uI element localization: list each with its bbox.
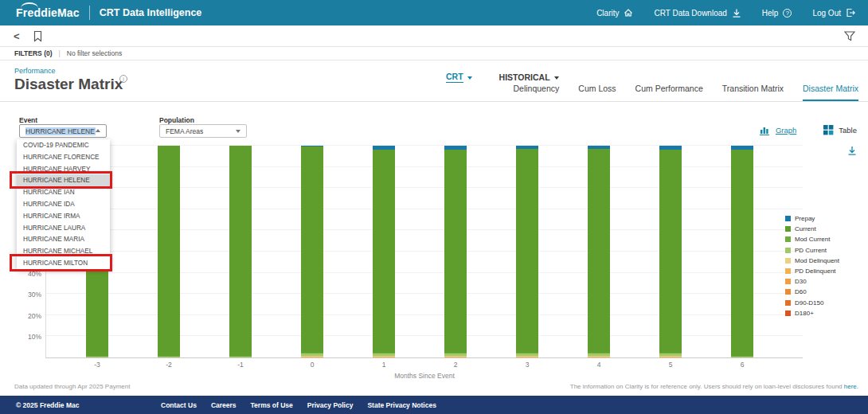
topbar-divider bbox=[89, 6, 90, 20]
x-axis-tick-label: 3 bbox=[516, 361, 538, 369]
stacked-bar-month-1[interactable] bbox=[373, 146, 395, 357]
topbar-link-log-out[interactable]: Log Out bbox=[812, 8, 855, 18]
scope-crt-dropdown[interactable]: CRT bbox=[446, 72, 472, 83]
bar-segment-pd-current bbox=[86, 357, 108, 357]
legend-color-chip bbox=[785, 248, 791, 253]
event-option-hurricane-milton[interactable]: HURRICANE MILTON bbox=[17, 257, 110, 269]
legend-item-mod-delinquent: Mod Delinquent bbox=[785, 256, 839, 266]
legend-label: D180+ bbox=[795, 310, 814, 317]
table-label: Table bbox=[839, 126, 857, 135]
legend-item-d90-d150: D90-D150 bbox=[785, 298, 839, 308]
filter-funnel-icon[interactable] bbox=[844, 31, 855, 41]
event-option-covid-19-pandemic[interactable]: COVID-19 PANDEMIC bbox=[17, 139, 110, 151]
legend-color-chip bbox=[785, 258, 791, 264]
scope-selectors: CRT HISTORICAL bbox=[446, 72, 559, 83]
x-axis-tick-label: 5 bbox=[659, 361, 682, 369]
filters-count[interactable]: FILTERS (0) bbox=[14, 49, 53, 57]
tab-transition-matrix[interactable]: Transition Matrix bbox=[722, 84, 784, 101]
bar-segment-current bbox=[444, 150, 467, 353]
event-option-hurricane-harvey[interactable]: HURRICANE HARVEY bbox=[17, 163, 110, 175]
disclaimer-text: The information on Clarity is for refere… bbox=[570, 383, 844, 390]
graph-view-button[interactable]: Graph bbox=[760, 126, 796, 135]
tab-cum-performance[interactable]: Cum Performance bbox=[635, 84, 703, 101]
copyright-text: © 2025 Freddie Mac bbox=[16, 401, 80, 409]
download-icon bbox=[732, 8, 741, 18]
crt-data-intelligence-app: FreddieMac CRT Data Intelligence Clarity… bbox=[0, 0, 868, 414]
home-icon bbox=[624, 8, 633, 18]
scope-historical-dropdown[interactable]: HISTORICAL bbox=[499, 72, 559, 82]
event-option-hurricane-helene[interactable]: HURRICANE HELENE bbox=[17, 174, 110, 186]
tab-delinquency[interactable]: Delinquency bbox=[514, 84, 560, 101]
table-grid-icon bbox=[823, 125, 834, 135]
stacked-bar-month-3[interactable] bbox=[516, 146, 538, 357]
view-toggles: Graph Table bbox=[760, 125, 857, 135]
help-icon: ? bbox=[783, 9, 792, 18]
population-select[interactable]: FEMA Areas bbox=[159, 124, 247, 138]
stacked-bar-month--2[interactable] bbox=[158, 146, 180, 357]
event-option-hurricane-florence[interactable]: HURRICANE FLORENCE bbox=[17, 151, 110, 163]
legend-item-pd-current: PD Current bbox=[785, 245, 839, 256]
back-button[interactable]: < bbox=[14, 30, 20, 42]
stacked-bar-month-5[interactable] bbox=[659, 146, 682, 357]
bar-segment-pd-delinquent bbox=[301, 357, 323, 357]
disaster-matrix-chart: 10%20%30%40%50%60%70%80%90%100%-3-2-1012… bbox=[45, 146, 803, 358]
legend-color-chip bbox=[785, 226, 791, 232]
y-axis-tick-label: 10% bbox=[14, 333, 41, 341]
tab-bar: DelinquencyCum LossCum PerformanceTransi… bbox=[514, 84, 859, 101]
logo-roof-arc bbox=[21, 2, 38, 8]
legend-item-pd-delinquent: PD Delinquent bbox=[785, 266, 839, 276]
legend-label: D90-D150 bbox=[795, 299, 823, 307]
filters-separator: | bbox=[59, 49, 61, 57]
topbar-link-help[interactable]: Help? bbox=[762, 9, 792, 18]
legend-item-prepay: Prepay bbox=[785, 213, 839, 224]
stacked-bar-month--1[interactable] bbox=[229, 146, 252, 357]
stacked-bar-month-4[interactable] bbox=[588, 146, 610, 357]
page-title: Disaster Matrix bbox=[14, 76, 123, 93]
chart-download-icon[interactable] bbox=[847, 145, 857, 159]
stacked-bar-month-2[interactable] bbox=[444, 146, 467, 357]
tab-disaster-matrix[interactable]: Disaster Matrix bbox=[803, 84, 858, 101]
disclaimer-here-link[interactable]: here. bbox=[844, 383, 858, 390]
footer-link-state-privacy-notices[interactable]: State Privacy Notices bbox=[367, 401, 436, 409]
event-option-hurricane-ida[interactable]: HURRICANE IDA bbox=[17, 198, 110, 210]
event-option-hurricane-michael[interactable]: HURRICANE MICHAEL bbox=[17, 245, 110, 257]
event-select[interactable]: HURRICANE HELENE bbox=[19, 124, 107, 138]
event-option-hurricane-irma[interactable]: HURRICANE IRMA bbox=[17, 210, 110, 222]
bar-segment-pd-delinquent bbox=[659, 357, 682, 357]
legend-label: D30 bbox=[795, 278, 807, 285]
topbar-link-label: Clarity bbox=[596, 9, 619, 18]
freddie-mac-logo[interactable]: FreddieMac bbox=[16, 6, 80, 19]
footer-link-terms-of-use[interactable]: Terms of Use bbox=[251, 401, 293, 409]
x-axis-tick-label: 6 bbox=[731, 361, 753, 369]
footer-link-contact-us[interactable]: Contact Us bbox=[161, 401, 197, 409]
topbar-link-clarity[interactable]: Clarity bbox=[596, 8, 633, 18]
bar-segment-pd-current bbox=[731, 357, 753, 357]
bookmark-icon[interactable] bbox=[33, 30, 43, 42]
tab-cum-loss[interactable]: Cum Loss bbox=[578, 84, 616, 101]
scope-crt-label: CRT bbox=[446, 72, 463, 83]
footer-link-careers[interactable]: Careers bbox=[211, 401, 237, 409]
event-option-hurricane-maria[interactable]: HURRICANE MARIA bbox=[17, 234, 110, 246]
info-icon[interactable]: i bbox=[119, 75, 127, 83]
secondary-nav-row: < bbox=[0, 25, 868, 47]
chevron-down-icon bbox=[236, 130, 240, 135]
legend-label: Mod Delinquent bbox=[795, 257, 839, 264]
x-axis-tick-label: 0 bbox=[301, 361, 323, 369]
legend-color-chip bbox=[785, 300, 791, 306]
event-option-hurricane-ian[interactable]: HURRICANE IAN bbox=[17, 186, 110, 198]
topbar-link-label: Help bbox=[762, 9, 779, 18]
stacked-bar-month-6[interactable] bbox=[731, 146, 753, 357]
topbar-link-label: Log Out bbox=[812, 9, 841, 18]
bar-segment-current bbox=[301, 146, 323, 353]
bar-segment-pd-current bbox=[158, 357, 180, 357]
x-axis-tick-label: -2 bbox=[158, 361, 180, 369]
table-view-button[interactable]: Table bbox=[823, 125, 857, 135]
footer-link-privacy-policy[interactable]: Privacy Policy bbox=[307, 401, 354, 409]
bar-segment-current bbox=[373, 150, 395, 353]
stacked-bar-month-0[interactable] bbox=[301, 146, 323, 357]
topbar-link-crt-data-download[interactable]: CRT Data Download bbox=[654, 8, 741, 18]
bar-segment-current bbox=[158, 146, 180, 356]
help-icon: ? bbox=[783, 9, 792, 18]
event-label: Event bbox=[19, 116, 37, 124]
event-option-hurricane-laura[interactable]: HURRICANE LAURA bbox=[17, 222, 110, 234]
